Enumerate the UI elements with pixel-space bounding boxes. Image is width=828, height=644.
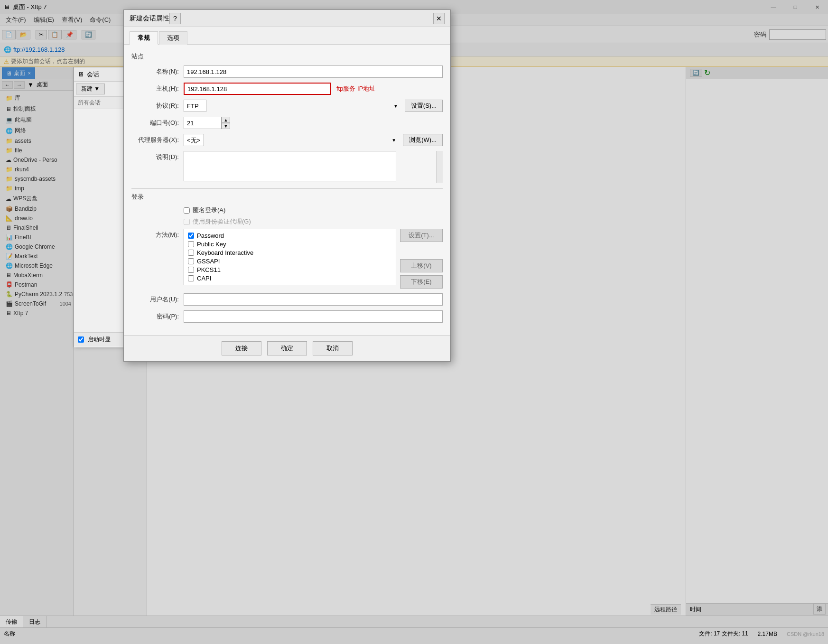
method-keyboard: Keyboard Interactive [188, 249, 392, 256]
host-label: 主机(H): [131, 84, 184, 93]
dialog-close-button[interactable]: ✕ [433, 13, 445, 24]
method-box: Password Public Key Keyboard Interactive [184, 229, 396, 285]
port-down-btn[interactable]: ▼ [222, 123, 230, 129]
port-spinners: ▲ ▼ [222, 117, 230, 129]
username-input[interactable] [184, 293, 443, 306]
method-publickey: Public Key [188, 241, 392, 248]
sm-startup-cb[interactable] [78, 336, 84, 343]
tab-options[interactable]: 选项 [159, 31, 187, 45]
method-up-btn[interactable]: 上移(V) [400, 259, 443, 272]
dialog-body: 站点 名称(N): 主机(H): ftp服务 IP地址 协议(R): FTP [124, 45, 450, 335]
host-annotation: ftp服务 IP地址 [336, 84, 375, 93]
method-down-btn[interactable]: 下移(E) [400, 275, 443, 289]
method-password-cb[interactable] [188, 233, 194, 239]
method-gssapi: GSSAPI [188, 258, 392, 265]
use-agent-row: 使用身份验证代理(G) [131, 217, 443, 226]
new-session-dialog: 新建会话属性 ? ✕ 常规 选项 站点 名称(N): 主机(H): ftp服务 … [123, 9, 451, 362]
login-section-label: 登录 [131, 188, 443, 201]
xftp-window: 🖥 桌面 - Xftp 7 — □ ✕ 文件(F) 编辑(E) 查看(V) 命令… [0, 0, 828, 644]
method-password: Password [188, 232, 392, 239]
use-agent-checkbox[interactable] [184, 219, 190, 225]
sm-new-btn[interactable]: 新建 ▼ [76, 84, 105, 94]
port-input[interactable] [184, 117, 222, 129]
desc-textarea[interactable] [184, 151, 396, 181]
dialog-tabs: 常规 选项 [124, 27, 450, 45]
method-pkcs11: PKCS11 [188, 266, 392, 273]
method-keyboard-cb[interactable] [188, 250, 194, 256]
method-label: 方法(M): [131, 229, 184, 239]
dialog-password-input[interactable] [184, 310, 443, 323]
host-input[interactable] [184, 83, 331, 95]
desc-label: 说明(D): [131, 151, 184, 161]
method-capi-cb[interactable] [188, 275, 194, 281]
cancel-button[interactable]: 取消 [313, 341, 353, 355]
host-row: 主机(H): ftp服务 IP地址 [131, 83, 443, 95]
method-capi: CAPI [188, 275, 392, 282]
password-row: 密码(P): [131, 310, 443, 323]
anon-login-checkbox[interactable] [184, 207, 190, 214]
use-agent-label: 使用身份验证代理(G) [193, 217, 251, 226]
method-gssapi-cb[interactable] [188, 258, 194, 264]
dialog-title-bar: 新建会话属性 ? ✕ [124, 10, 450, 27]
sm-icon: 🖥 [78, 71, 84, 78]
protocol-row: 协议(R): FTP SFTP ▼ 设置(S)... [131, 100, 443, 112]
connect-button[interactable]: 连接 [222, 341, 261, 355]
dialog-password-label: 密码(P): [131, 312, 184, 321]
method-pkcs11-cb[interactable] [188, 267, 194, 273]
ok-button[interactable]: 确定 [267, 341, 307, 355]
sm-left-panel: 所有会话 [74, 97, 126, 347]
method-settings-btn[interactable]: 设置(T)... [400, 229, 443, 242]
username-label: 用户名(U): [131, 295, 184, 304]
protocol-label: 协议(R): [131, 102, 184, 110]
username-row: 用户名(U): [131, 293, 443, 306]
dialog-footer: 连接 确定 取消 [124, 335, 450, 361]
desc-scrollbar[interactable] [436, 151, 443, 183]
help-button[interactable]: ? [169, 13, 181, 24]
site-section-label: 站点 [131, 52, 443, 61]
method-publickey-cb[interactable] [188, 241, 194, 247]
dialog-title-text: 新建会话属性 [130, 14, 169, 23]
name-row: 名称(N): [131, 65, 443, 78]
sm-all-sessions: 所有会话 [74, 97, 126, 109]
protocol-arrow-icon: ▼ [393, 103, 398, 109]
port-up-btn[interactable]: ▲ [222, 117, 230, 123]
anon-login-label: 匿名登录(A) [193, 206, 225, 215]
proxy-select[interactable]: <无> [184, 134, 204, 146]
name-label: 名称(N): [131, 67, 184, 76]
login-section: 登录 匿名登录(A) 使用身份验证代理(G) 方法(M): [131, 188, 443, 323]
anon-login-row: 匿名登录(A) [131, 206, 443, 215]
proxy-arrow-icon: ▼ [391, 138, 396, 143]
proxy-browse-btn[interactable]: 浏览(W)... [403, 134, 443, 146]
name-input[interactable] [184, 65, 443, 78]
method-side-buttons: 设置(T)... 上移(V) 下移(E) [400, 229, 443, 289]
desc-row: 说明(D): [131, 151, 443, 183]
protocol-settings-btn[interactable]: 设置(S)... [405, 100, 443, 112]
tab-general[interactable]: 常规 [130, 31, 158, 45]
proxy-row: 代理服务器(X): <无> ▼ 浏览(W)... [131, 134, 443, 146]
method-row: 方法(M): Password Public Key Keyboard I [131, 229, 443, 289]
proxy-label: 代理服务器(X): [131, 136, 184, 144]
port-row: 端口号(O): ▲ ▼ [131, 117, 443, 129]
port-label: 端口号(O): [131, 119, 184, 127]
protocol-select[interactable]: FTP SFTP [184, 100, 206, 112]
